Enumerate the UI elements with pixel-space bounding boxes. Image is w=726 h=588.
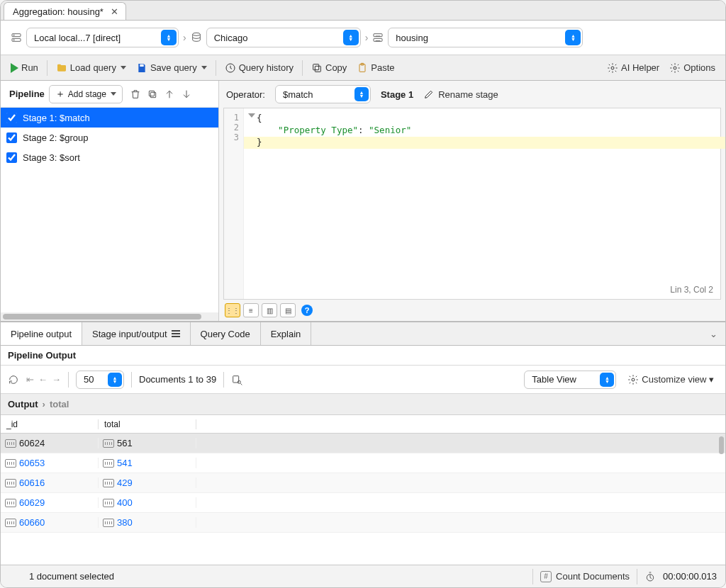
stage-label: Stage 2: $group	[23, 132, 89, 143]
count-documents-button[interactable]: # Count Documents	[540, 571, 630, 582]
table-row[interactable]: 60616429	[1, 473, 725, 493]
run-button[interactable]: Run	[6, 60, 43, 75]
query-history-button[interactable]: Query history	[220, 60, 298, 76]
tab-explain[interactable]: Explain	[261, 322, 312, 345]
svg-point-19	[632, 378, 635, 381]
record-icon	[5, 519, 16, 527]
delete-stage-button[interactable]	[128, 87, 143, 101]
view-mode-1-button[interactable]: ⋮⋮	[225, 303, 240, 317]
collapse-output-button[interactable]: ⌄	[701, 322, 725, 345]
play-icon	[11, 63, 18, 73]
tab-close-icon[interactable]: ✕	[111, 6, 118, 17]
svg-rect-7	[140, 64, 143, 66]
collection-select-value: housing	[396, 33, 428, 43]
stage-list[interactable]: Stage 1: $matchStage 2: $groupStage 3: $…	[1, 108, 218, 312]
document-range: Documents 1 to 39	[139, 374, 216, 385]
stage-label: Stage 3: $sort	[23, 152, 80, 163]
stage-enabled-checkbox[interactable]	[6, 113, 17, 123]
load-query-button[interactable]: Load query	[52, 60, 130, 76]
editor-view-toolbar: ⋮⋮ ≡ ▥ ▤ ?	[219, 300, 725, 321]
cell-total: 561	[117, 438, 133, 448]
pipeline-stage[interactable]: Stage 1: $match	[1, 108, 218, 128]
pipeline-stage[interactable]: Stage 3: $sort	[1, 147, 218, 167]
cell-total: 400	[117, 497, 133, 508]
table-row[interactable]: 60660380	[1, 513, 725, 533]
gear-icon	[627, 374, 639, 385]
tab-pipeline-output[interactable]: Pipeline output	[1, 322, 82, 345]
stage-enabled-checkbox[interactable]	[6, 152, 17, 163]
trash-icon	[130, 89, 141, 100]
stage-label: Stage 1: $match	[23, 113, 90, 123]
next-page-button[interactable]: →	[52, 374, 61, 385]
save-query-button[interactable]: Save query	[132, 60, 211, 76]
connection-select-value: Local local...7 [direct]	[34, 33, 121, 43]
help-icon[interactable]: ?	[301, 305, 313, 316]
rename-stage-label: Rename stage	[438, 89, 498, 100]
ai-helper-button[interactable]: AI Helper	[603, 60, 664, 76]
view-mode-3-button[interactable]: ▥	[262, 303, 277, 317]
separator	[216, 60, 216, 76]
horizontal-scrollbar[interactable]	[1, 312, 218, 321]
first-page-button[interactable]: ⇤	[26, 374, 34, 385]
code-editor[interactable]: 123 { "Property Type": "Senior"} Lin 3, …	[223, 108, 721, 300]
move-up-button[interactable]	[162, 87, 177, 101]
count-documents-label: Count Documents	[556, 571, 630, 582]
paste-button[interactable]: Paste	[352, 60, 398, 76]
column-total[interactable]: total	[99, 419, 196, 429]
column-id[interactable]: _id	[1, 419, 99, 429]
collection-select[interactable]: housing ▲▼	[388, 28, 583, 47]
rename-stage-button[interactable]: Rename stage	[423, 89, 498, 100]
table-body[interactable]: 6062456160653541606164296062940060660380	[1, 434, 725, 565]
stage-enabled-checkbox[interactable]	[6, 132, 17, 143]
output-breadcrumb: Output › total	[1, 394, 725, 415]
page-size-select[interactable]: 50 ▲▼	[76, 371, 124, 389]
table-row[interactable]: 60653541	[1, 453, 725, 473]
editor-panel: Operator: $match ▲▼ Stage 1 Rename stage…	[219, 81, 725, 321]
view-mode-4-button[interactable]: ▤	[280, 303, 296, 317]
duplicate-stage-button[interactable]	[145, 87, 160, 101]
separator	[68, 372, 69, 388]
customize-view-button[interactable]: Customize view ▾	[623, 372, 718, 388]
separator	[131, 372, 132, 388]
separator	[637, 569, 637, 584]
pipeline-stage[interactable]: Stage 2: $group	[1, 128, 218, 147]
options-button[interactable]: Options	[665, 60, 720, 76]
table-row[interactable]: 60629400	[1, 493, 725, 513]
cell-id: 60660	[19, 517, 45, 528]
add-stage-button[interactable]: ＋ Add stage	[49, 85, 123, 103]
output-tabs: Pipeline output Stage input/output Query…	[1, 322, 725, 346]
connection-select[interactable]: Local local...7 [direct] ▲▼	[26, 28, 179, 47]
hash-icon: #	[540, 571, 552, 582]
vertical-scrollbar[interactable]	[719, 436, 724, 454]
tab-stage-io[interactable]: Stage input/output	[82, 322, 191, 345]
paste-icon	[357, 62, 368, 74]
refresh-button[interactable]	[8, 374, 19, 385]
find-in-results-button[interactable]	[231, 374, 242, 385]
tab-aggregation[interactable]: Aggregation: housing* ✕	[4, 2, 126, 20]
code-body[interactable]: { "Property Type": "Senior"}	[244, 108, 720, 299]
view-mode-2-button[interactable]: ≡	[243, 303, 259, 317]
tab-stage-io-label: Stage input/output	[92, 329, 167, 339]
chevron-right-icon: ›	[43, 399, 45, 409]
operator-select[interactable]: $match ▲▼	[275, 85, 371, 103]
view-type-select[interactable]: Table View ▲▼	[524, 371, 616, 389]
copy-label: Copy	[325, 62, 347, 73]
fold-arrow-icon[interactable]	[248, 113, 255, 118]
tab-query-code[interactable]: Query Code	[191, 322, 261, 345]
database-select[interactable]: Chicago ▲▼	[206, 28, 361, 47]
table-row[interactable]: 60624561	[1, 434, 725, 453]
ai-helper-label: AI Helper	[621, 62, 659, 73]
svg-point-14	[674, 67, 676, 69]
copy-button[interactable]: Copy	[307, 60, 351, 76]
move-down-button[interactable]	[179, 87, 194, 101]
operator-value: $match	[283, 89, 313, 100]
svg-point-2	[13, 35, 14, 35]
output-path-root: Output	[8, 399, 38, 409]
pencil-icon	[423, 89, 435, 100]
record-icon	[103, 519, 114, 527]
prev-page-button[interactable]: ←	[38, 374, 48, 385]
server-icon	[11, 32, 22, 43]
stage-name: Stage 1	[381, 89, 413, 100]
cell-id: 60624	[19, 438, 45, 448]
line-gutter: 123	[224, 108, 244, 299]
